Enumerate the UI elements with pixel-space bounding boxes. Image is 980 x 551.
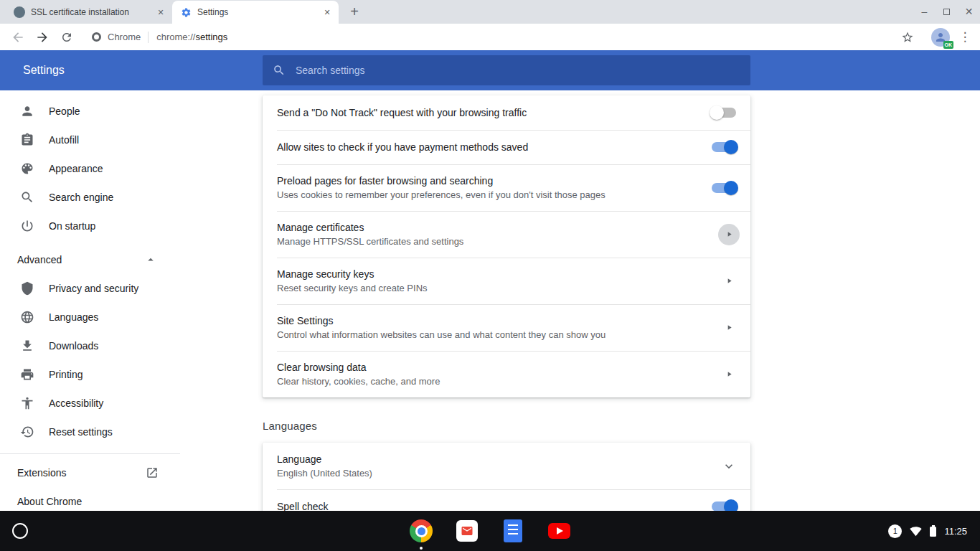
- close-window-button[interactable]: ✕: [958, 0, 980, 23]
- sidebar-label: Languages: [49, 311, 98, 323]
- restore-button[interactable]: [936, 0, 958, 23]
- sidebar-item-about-chrome[interactable]: About Chrome: [0, 487, 180, 511]
- caret-up-icon[interactable]: [144, 253, 157, 266]
- sidebar-label: About Chrome: [17, 496, 82, 507]
- sidebar-label: Advanced: [17, 254, 62, 265]
- autofill-icon: [20, 133, 34, 147]
- download-icon: [20, 339, 34, 353]
- url-text: chrome://settings: [156, 32, 227, 42]
- setting-subtitle: Control what information websites can us…: [277, 328, 718, 342]
- running-indicator-dot: [420, 547, 423, 550]
- setting-row-clear-browsing-data[interactable]: Clear browsing data Clear history, cooki…: [263, 351, 750, 397]
- shield-icon: [20, 281, 34, 296]
- sidebar-item-appearance[interactable]: Appearance: [0, 154, 180, 183]
- shelf-app-youtube[interactable]: [547, 511, 570, 551]
- restore-icon: [943, 9, 950, 15]
- settings-body: People Autofill Appearance Search engine…: [0, 90, 980, 511]
- setting-title: Site Settings: [277, 314, 718, 328]
- notification-count-badge[interactable]: 1: [888, 524, 902, 538]
- browser-toolbar: Chrome chrome://settings OK ⋮: [0, 24, 980, 50]
- toggle-preload-pages[interactable]: [712, 183, 736, 193]
- shelf-app-gmail[interactable]: [456, 511, 479, 551]
- minimize-button[interactable]: –: [913, 0, 936, 23]
- tab-close-icon[interactable]: ✕: [321, 6, 333, 18]
- shelf-app-docs[interactable]: [501, 511, 524, 551]
- tab-close-icon[interactable]: ✕: [155, 6, 166, 18]
- setting-subtitle: Uses cookies to remember your preference…: [277, 188, 697, 202]
- sidebar-label: Search engine: [49, 192, 113, 203]
- setting-title: Language: [277, 452, 718, 466]
- sidebar-label: Appearance: [49, 163, 103, 174]
- setting-row-site-settings[interactable]: Site Settings Control what information w…: [263, 304, 750, 351]
- sidebar-item-people[interactable]: People: [0, 97, 180, 126]
- settings-sidebar: People Autofill Appearance Search engine…: [0, 90, 180, 511]
- subpage-arrow-icon[interactable]: [718, 317, 740, 339]
- forward-button[interactable]: [32, 27, 53, 48]
- clock: 11:25: [944, 526, 967, 537]
- sidebar-label: Autofill: [49, 134, 79, 146]
- chrome-icon: [410, 519, 433, 542]
- search-icon: [20, 190, 34, 204]
- sidebar-item-on-startup[interactable]: On startup: [0, 212, 180, 240]
- site-info-icon[interactable]: [92, 32, 101, 42]
- sidebar-label: Downloads: [49, 340, 98, 352]
- power-icon: [20, 219, 34, 233]
- sidebar-item-extensions[interactable]: Extensions: [0, 458, 180, 487]
- browser-menu-icon[interactable]: ⋮: [956, 29, 974, 44]
- tab-title: SSL certificate installation: [31, 7, 149, 17]
- sidebar-item-privacy-and-security[interactable]: Privacy and security: [0, 274, 180, 303]
- sidebar-item-advanced[interactable]: Advanced: [0, 245, 180, 274]
- setting-row-preload-pages: Preload pages for faster browsing and se…: [263, 164, 750, 211]
- person-icon: [20, 104, 34, 118]
- accessibility-icon: [20, 396, 34, 410]
- sidebar-item-accessibility[interactable]: Accessibility: [0, 389, 180, 418]
- setting-row-manage-security-keys[interactable]: Manage security keys Reset security keys…: [263, 258, 750, 304]
- page-title: Settings: [23, 64, 65, 77]
- setting-row-manage-certificates[interactable]: Manage certificates Manage HTTPS/SSL cer…: [263, 211, 750, 258]
- toggle-do-not-track[interactable]: [712, 108, 736, 118]
- toggle-knob: [710, 105, 724, 120]
- settings-search[interactable]: [263, 55, 750, 85]
- status-tray[interactable]: 1 11:25: [875, 511, 980, 551]
- launcher-button[interactable]: [0, 511, 40, 551]
- sidebar-label: On startup: [49, 220, 95, 232]
- setting-title: Manage certificates: [277, 220, 718, 235]
- profile-avatar[interactable]: OK: [931, 28, 950, 47]
- sidebar-label: Accessibility: [49, 397, 103, 409]
- back-button[interactable]: [7, 27, 29, 48]
- reload-icon: [60, 31, 73, 44]
- bookmark-star-icon[interactable]: [901, 31, 914, 44]
- search-input[interactable]: [294, 64, 740, 77]
- sidebar-item-reset-settings[interactable]: Reset settings: [0, 418, 180, 446]
- new-tab-button[interactable]: +: [344, 2, 364, 22]
- gmail-icon: [456, 520, 478, 542]
- setting-subtitle: English (United States): [277, 466, 718, 480]
- reload-button[interactable]: [56, 27, 77, 48]
- setting-row-payment-methods: Allow sites to check if you have payment…: [263, 130, 750, 164]
- toggle-payment-methods[interactable]: [712, 142, 736, 152]
- sidebar-item-autofill[interactable]: Autofill: [0, 126, 180, 154]
- sidebar-item-languages[interactable]: Languages: [0, 303, 180, 331]
- battery-icon: [930, 527, 936, 537]
- subpage-arrow-icon[interactable]: [718, 270, 740, 292]
- chevron-down-icon[interactable]: [718, 456, 740, 477]
- shelf-app-chrome[interactable]: [410, 511, 433, 551]
- languages-card: Language English (United States) Spell c…: [263, 443, 750, 511]
- toggle-spell-check[interactable]: [712, 501, 736, 511]
- setting-subtitle: Manage HTTPS/SSL certificates and settin…: [277, 235, 718, 248]
- subpage-arrow-icon[interactable]: [718, 224, 740, 245]
- open-in-new-icon: [146, 466, 159, 479]
- languages-section-heading: Languages: [263, 420, 980, 432]
- address-bar[interactable]: Chrome chrome://settings: [83, 27, 923, 48]
- site-chip-label: Chrome: [108, 32, 141, 42]
- sidebar-item-downloads[interactable]: Downloads: [0, 331, 180, 360]
- sidebar-label: Printing: [49, 369, 83, 380]
- sidebar-item-search-engine[interactable]: Search engine: [0, 183, 180, 212]
- setting-row-language[interactable]: Language English (United States): [263, 443, 750, 489]
- sidebar-item-printing[interactable]: Printing: [0, 360, 180, 389]
- subpage-arrow-icon[interactable]: [718, 364, 740, 385]
- globe-icon: [20, 310, 34, 324]
- tab-ssl-certificate-installation[interactable]: SSL certificate installation ✕: [6, 1, 172, 24]
- setting-subtitle: Clear history, cookies, cache, and more: [277, 375, 718, 388]
- tab-settings[interactable]: Settings ✕: [172, 1, 339, 24]
